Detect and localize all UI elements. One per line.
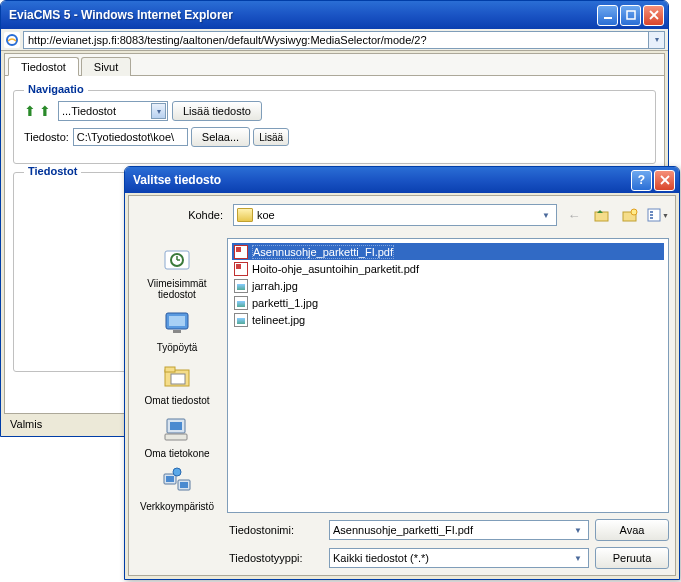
url-input[interactable] xyxy=(23,31,649,49)
jpg-icon xyxy=(234,313,248,327)
address-bar: ▾ xyxy=(1,29,668,51)
folder-select[interactable]: ...Tiedostot ▾ xyxy=(58,101,168,121)
svg-rect-13 xyxy=(650,217,653,219)
navigation-group: Navigaatio ⬆ ⬆ ...Tiedostot ▾ Lisää tied… xyxy=(13,90,656,164)
file-list[interactable]: Asennusohje_parketti_FI.pdf Hoito-ohje_a… xyxy=(227,238,669,513)
filetype-label: Tiedostotyyppi: xyxy=(129,552,323,564)
browse-button[interactable]: Selaa... xyxy=(191,127,250,147)
lookin-value: koe xyxy=(257,209,539,221)
places-bar: Viimeisimmät tiedostot Työpöytä Omat tie… xyxy=(129,236,225,515)
desktop-icon xyxy=(160,306,194,340)
up-folder-icon[interactable] xyxy=(591,204,613,226)
place-network[interactable]: Verkkoympäristö xyxy=(134,463,220,514)
lookin-select[interactable]: koe ▼ xyxy=(233,204,557,226)
tab-sivut[interactable]: Sivut xyxy=(81,57,131,76)
svg-rect-12 xyxy=(650,214,653,216)
place-desktop[interactable]: Työpöytä xyxy=(134,304,220,355)
file-item[interactable]: Asennusohje_parketti_FI.pdf xyxy=(232,243,664,260)
status-text: Valmis xyxy=(10,418,42,430)
place-mycomputer[interactable]: Oma tietokone xyxy=(134,410,220,461)
navigation-title: Navigaatio xyxy=(24,83,88,95)
pdf-icon xyxy=(234,262,248,276)
ie-title: EviaCMS 5 - Windows Internet Explorer xyxy=(5,8,595,22)
tabs-row: Tiedostot Sivut xyxy=(5,54,664,76)
add-file-button[interactable]: Lisää tiedosto xyxy=(172,101,262,121)
ie-titlebar[interactable]: EviaCMS 5 - Windows Internet Explorer xyxy=(1,1,668,29)
svg-rect-7 xyxy=(595,212,608,221)
jpg-icon xyxy=(234,279,248,293)
new-folder-icon[interactable] xyxy=(619,204,641,226)
file-item[interactable]: jarrah.jpg xyxy=(232,277,664,294)
dialog-close-button[interactable] xyxy=(654,170,675,191)
file-dialog-bottom: Tiedostonimi: Asennusohje_parketti_FI.pd… xyxy=(129,519,669,569)
file-dialog-title: Valitse tiedosto xyxy=(129,173,629,187)
ie-logo-icon xyxy=(4,32,20,48)
svg-rect-22 xyxy=(165,367,175,372)
file-path-input[interactable] xyxy=(73,128,188,146)
chevron-down-icon: ▼ xyxy=(539,211,553,220)
file-dialog-titlebar[interactable]: Valitse tiedosto ? xyxy=(125,167,679,193)
recent-icon xyxy=(160,242,194,276)
view-menu-icon[interactable]: ▼ xyxy=(647,204,669,226)
place-recent[interactable]: Viimeisimmät tiedostot xyxy=(134,240,220,302)
maximize-button[interactable] xyxy=(620,5,641,26)
chevron-down-icon: ▾ xyxy=(151,103,166,119)
tab-tiedostot[interactable]: Tiedostot xyxy=(8,57,79,76)
svg-rect-20 xyxy=(173,330,181,333)
file-dialog-main: Viimeisimmät tiedostot Työpöytä Omat tie… xyxy=(129,236,675,515)
lookin-row: Kohde: koe ▼ ← ▼ xyxy=(129,196,675,234)
svg-rect-19 xyxy=(169,316,185,326)
svg-point-9 xyxy=(631,209,637,215)
folder-icon xyxy=(237,208,253,222)
filename-label: Tiedostonimi: xyxy=(129,524,323,536)
help-button[interactable]: ? xyxy=(631,170,652,191)
svg-rect-0 xyxy=(604,17,612,19)
network-icon xyxy=(160,465,194,499)
chevron-down-icon: ▼ xyxy=(571,554,585,563)
svg-rect-23 xyxy=(171,374,185,384)
svg-rect-11 xyxy=(650,211,653,213)
back-icon[interactable]: ← xyxy=(563,204,585,226)
place-mydocs[interactable]: Omat tiedostot xyxy=(134,357,220,408)
jpg-icon xyxy=(234,296,248,310)
svg-point-31 xyxy=(173,468,181,476)
filetype-select[interactable]: Kaikki tiedostot (*.*) ▼ xyxy=(329,548,589,568)
close-button[interactable] xyxy=(643,5,664,26)
lookin-label: Kohde: xyxy=(135,209,223,221)
filename-input[interactable]: Asennusohje_parketti_FI.pdf ▼ xyxy=(329,520,589,540)
up-arrow-icon-2[interactable]: ⬆ xyxy=(39,104,53,118)
svg-rect-1 xyxy=(627,11,635,19)
pdf-icon xyxy=(234,245,248,259)
svg-rect-26 xyxy=(165,434,187,440)
svg-rect-25 xyxy=(170,422,182,430)
svg-rect-30 xyxy=(180,482,188,488)
up-arrow-icon[interactable]: ⬆ xyxy=(24,104,38,118)
svg-rect-10 xyxy=(648,209,660,221)
file-dialog-body: Kohde: koe ▼ ← ▼ xyxy=(128,195,676,576)
file-item[interactable]: parketti_1.jpg xyxy=(232,294,664,311)
mydocs-icon xyxy=(160,359,194,393)
files-group-title: Tiedostot xyxy=(24,165,81,177)
file-dialog: Valitse tiedosto ? Kohde: koe ▼ ← ▼ xyxy=(124,166,680,580)
chevron-down-icon: ▼ xyxy=(571,526,585,535)
file-label: Tiedosto: xyxy=(24,131,69,143)
file-item[interactable]: telineet.jpg xyxy=(232,311,664,328)
mycomputer-icon xyxy=(160,412,194,446)
file-item[interactable]: Hoito-ohje_asuntoihin_parketit.pdf xyxy=(232,260,664,277)
url-dropdown-icon[interactable]: ▾ xyxy=(649,31,665,49)
cancel-button[interactable]: Peruuta xyxy=(595,547,669,569)
add-button-small[interactable]: Lisää xyxy=(253,128,289,146)
open-button[interactable]: Avaa xyxy=(595,519,669,541)
svg-rect-28 xyxy=(166,476,174,482)
minimize-button[interactable] xyxy=(597,5,618,26)
